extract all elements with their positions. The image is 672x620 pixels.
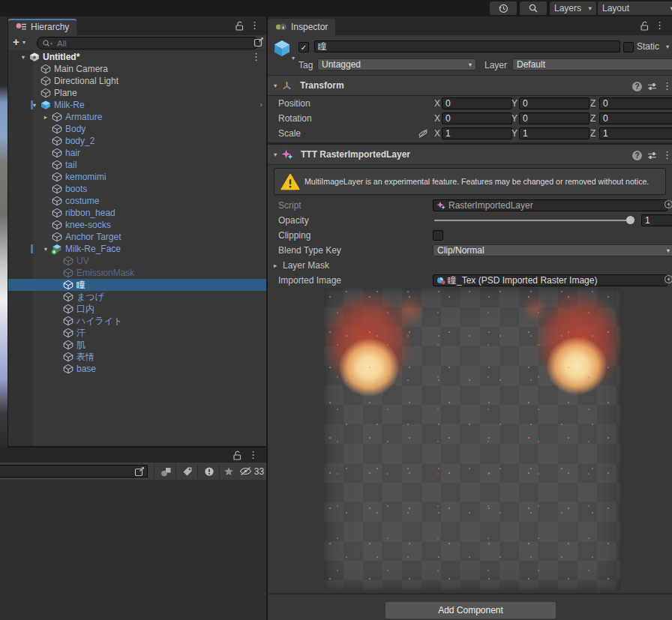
imported-image-row: Imported Image 瞳_Tex (PSD Imported Raste…: [268, 273, 672, 288]
hierarchy-row[interactable]: ▾Milk-Re_Face: [8, 243, 267, 255]
bottom-search-input[interactable]: [0, 465, 148, 478]
favorites-button[interactable]: [220, 463, 237, 480]
foldout-closed-icon[interactable]: ▸: [40, 111, 51, 123]
hierarchy-row[interactable]: hair: [8, 147, 267, 159]
layout-dropdown[interactable]: Layout ▾: [598, 1, 672, 15]
picker-icon[interactable]: [134, 466, 147, 477]
opacity-slider-knob[interactable]: [626, 216, 634, 224]
foldout-open-icon[interactable]: ▾: [274, 151, 281, 158]
add-object-button[interactable]: + ▾: [13, 35, 26, 48]
prefab-chevron-icon[interactable]: ›: [260, 99, 262, 110]
filter-by-label-button[interactable]: [178, 463, 197, 480]
rotation-x-field[interactable]: 0: [442, 112, 512, 124]
hierarchy-row[interactable]: kemomimi: [8, 171, 267, 183]
active-checkbox[interactable]: ✓: [298, 42, 309, 52]
hierarchy-row[interactable]: base: [8, 363, 267, 375]
hierarchy-row[interactable]: tail: [8, 159, 267, 171]
unlock-icon[interactable]: [232, 450, 242, 461]
layer-mask-row[interactable]: ▸ Layer Mask: [268, 258, 672, 273]
tag-dropdown[interactable]: Untagged ▾: [317, 58, 476, 70]
kebab-menu-icon[interactable]: ⋮: [248, 449, 258, 461]
help-icon[interactable]: ?: [632, 82, 642, 91]
hierarchy-row[interactable]: まつげ: [8, 291, 267, 303]
object-picker-icon[interactable]: [664, 199, 672, 209]
presets-icon[interactable]: [647, 82, 657, 91]
hierarchy-row[interactable]: 肌: [8, 339, 267, 351]
static-flags-caret-icon[interactable]: ▾: [666, 43, 669, 50]
help-icon[interactable]: ?: [632, 151, 642, 160]
cube-icon: [62, 304, 74, 314]
axis-label: Y: [512, 128, 518, 139]
hierarchy-row[interactable]: 汗: [8, 327, 267, 339]
errors-filter-button[interactable]: [200, 463, 219, 480]
hierarchy-row[interactable]: costume: [8, 195, 267, 207]
gameobject-cube-icon[interactable]: [272, 39, 292, 58]
unlock-icon[interactable]: [639, 20, 650, 31]
kebab-menu-icon[interactable]: ⋮: [655, 19, 664, 31]
kebab-menu-icon[interactable]: ⋮: [251, 51, 261, 63]
scale-x-field[interactable]: 1: [442, 127, 512, 139]
hierarchy-row-selected[interactable]: 瞳: [8, 279, 267, 291]
add-component-button[interactable]: Add Component: [385, 601, 556, 619]
presets-icon[interactable]: [647, 151, 657, 160]
foldout-closed-icon[interactable]: ▸: [274, 262, 281, 269]
script-field[interactable]: RasterImportedLayer: [433, 199, 668, 211]
texture-preview[interactable]: [324, 288, 621, 590]
search-everywhere-button[interactable]: [520, 1, 547, 15]
object-picker-icon[interactable]: [664, 274, 672, 284]
hierarchy-tree: ▾Untitled*⋮Main CameraDirectional LightP…: [8, 51, 267, 446]
hierarchy-search-input[interactable]: All: [37, 37, 259, 49]
hierarchy-row[interactable]: EmissionMask: [8, 267, 267, 279]
raster-layer-component-header[interactable]: ▾ TTT RasterImportedLayer ? ⋮: [268, 144, 672, 165]
hierarchy-row[interactable]: ▸Armature: [8, 111, 267, 123]
position-x-field[interactable]: 0: [442, 97, 512, 109]
hierarchy-row[interactable]: ▾Untitled*⋮: [8, 51, 267, 63]
opacity-value-field[interactable]: 1: [641, 214, 672, 226]
foldout-open-icon[interactable]: ▾: [18, 51, 28, 63]
tab-hierarchy[interactable]: Hierarchy: [8, 19, 76, 35]
layer-dropdown[interactable]: Default: [512, 58, 672, 70]
blend-type-dropdown[interactable]: Clip/Normal ▾: [433, 244, 672, 256]
hierarchy-row[interactable]: Anchor Target: [8, 231, 267, 243]
rotation-y-field[interactable]: 0: [519, 112, 590, 124]
hierarchy-row[interactable]: Main Camera: [8, 63, 267, 75]
hierarchy-row[interactable]: boots: [8, 183, 267, 195]
position-y-field[interactable]: 0: [519, 97, 590, 109]
kebab-menu-icon[interactable]: ⋮: [662, 80, 672, 92]
hierarchy-row[interactable]: 表情: [8, 351, 267, 363]
hierarchy-row[interactable]: 口内: [8, 303, 267, 315]
opacity-slider[interactable]: [434, 220, 631, 221]
unlock-icon[interactable]: [234, 20, 244, 31]
filter-by-type-button[interactable]: [156, 463, 176, 480]
cube-icon: [51, 172, 62, 182]
position-z-field[interactable]: 0: [599, 97, 672, 109]
hierarchy-row[interactable]: UV: [8, 255, 267, 267]
kebab-menu-icon[interactable]: ⋮: [250, 19, 260, 31]
name-field[interactable]: 瞳: [314, 40, 620, 52]
hierarchy-row[interactable]: ribbon_head: [8, 207, 267, 219]
hierarchy-row[interactable]: Plane: [8, 87, 267, 99]
version-history-button[interactable]: [490, 1, 517, 15]
hidden-count-button[interactable]: 33: [237, 463, 266, 480]
tab-inspector[interactable]: Inspector: [268, 19, 335, 35]
scale-y-field[interactable]: 1: [519, 127, 590, 139]
layers-dropdown[interactable]: Layers ▾: [550, 1, 596, 15]
foldout-open-icon[interactable]: ▾: [40, 243, 51, 255]
link-broken-icon[interactable]: [418, 128, 428, 139]
hierarchy-row[interactable]: Directional Light: [8, 75, 267, 87]
picker-icon[interactable]: [254, 37, 264, 47]
static-checkbox[interactable]: [623, 42, 634, 52]
hierarchy-row[interactable]: knee-socks: [8, 219, 267, 231]
hierarchy-row[interactable]: Body: [8, 123, 267, 135]
transform-component-header[interactable]: ▾ Transform ? ⋮: [268, 75, 672, 96]
clipping-checkbox[interactable]: [433, 230, 443, 241]
foldout-open-icon[interactable]: ▾: [274, 82, 281, 89]
scale-z-field[interactable]: 1: [599, 127, 672, 139]
imported-image-field[interactable]: 瞳_Tex (PSD Imported Raster Image): [433, 274, 668, 286]
kebab-menu-icon[interactable]: ⋮: [662, 149, 672, 161]
hierarchy-icon: [16, 22, 27, 31]
hierarchy-row[interactable]: body_2: [8, 135, 267, 147]
hierarchy-row[interactable]: ハイライト: [8, 315, 267, 327]
hierarchy-row[interactable]: ▾Milk-Re›: [8, 99, 267, 111]
rotation-z-field[interactable]: 0: [599, 112, 672, 124]
